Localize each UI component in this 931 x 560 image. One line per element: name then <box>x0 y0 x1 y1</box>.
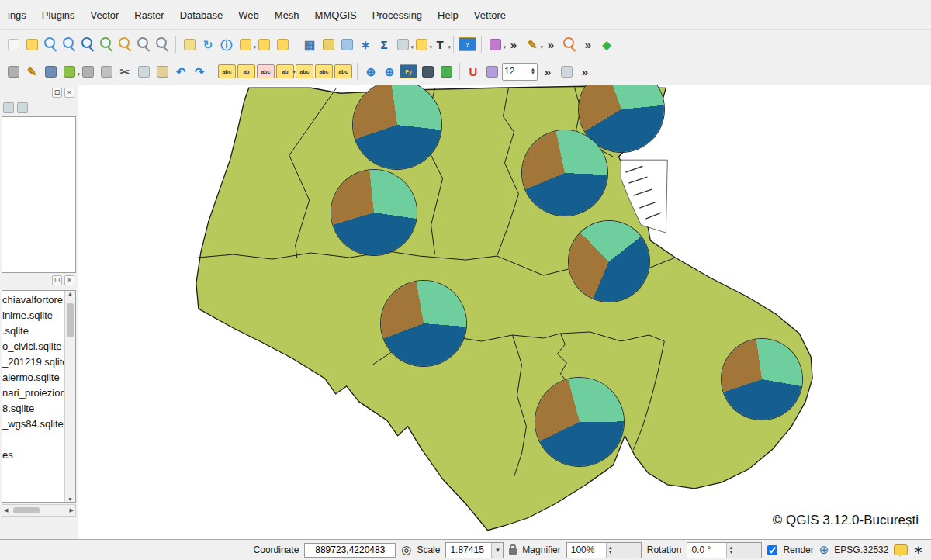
delete-selected-icon[interactable] <box>98 63 115 80</box>
rotation-spinbox[interactable]: 0.0 ° ▲▼ <box>687 542 762 558</box>
scale-lock-icon[interactable] <box>509 548 517 555</box>
scrollbar-thumb-h[interactable] <box>13 507 40 513</box>
toolbar2-overflow-icon[interactable]: » <box>539 63 556 80</box>
magnifier-spinbox[interactable]: 100% ▲▼ <box>566 542 642 558</box>
menu-vettore[interactable]: Vettore <box>466 5 514 25</box>
identify-features-icon[interactable]: ⓘ <box>218 36 235 53</box>
menu-help[interactable]: Help <box>430 5 466 25</box>
log-messages-icon[interactable] <box>894 544 908 555</box>
chevron-down-icon[interactable]: ▼ <box>491 543 503 558</box>
attribute-table-icon[interactable]: ▦ <box>301 36 318 53</box>
search-layers-icon[interactable] <box>419 63 436 80</box>
zoom-to-layer-icon[interactable] <box>98 36 115 53</box>
vector-edit-icon[interactable]: ✎▾ <box>524 36 541 53</box>
menu-mesh[interactable]: Mesh <box>267 5 307 25</box>
toolbar-overflow3-icon[interactable]: » <box>580 36 597 53</box>
menu-web[interactable]: Web <box>230 5 267 25</box>
menu-processing[interactable]: Processing <box>365 5 430 25</box>
browser-close-button[interactable]: × <box>64 275 74 285</box>
toolbar-overflow2-icon[interactable]: » <box>542 36 559 53</box>
task-gear-icon[interactable]: ∗ <box>913 543 923 557</box>
filter-legend-icon[interactable] <box>17 102 28 113</box>
toggle-editing-icon[interactable]: ✎ <box>23 63 40 80</box>
paste-features-icon[interactable] <box>154 63 171 80</box>
pan-map-icon[interactable] <box>5 36 22 53</box>
zoom-next-icon[interactable] <box>154 36 171 53</box>
style-manager-icon[interactable]: ▾ <box>486 36 504 53</box>
refresh-icon[interactable]: ↻ <box>199 36 216 53</box>
map-tips-icon[interactable]: ▾ <box>413 36 430 53</box>
tracing-icon[interactable] <box>483 63 500 80</box>
zoom-out-icon[interactable] <box>61 36 78 53</box>
select-features-icon[interactable]: ▾ <box>237 36 254 53</box>
cut-features-icon[interactable]: ✂ <box>116 63 133 80</box>
toolbar2-overflow2-icon[interactable]: » <box>576 63 594 80</box>
vertex-tool-icon[interactable] <box>79 63 96 80</box>
layout-manager-icon[interactable] <box>338 36 355 53</box>
zoom-full-icon[interactable] <box>79 36 96 53</box>
processing-toolbox-icon[interactable]: ∗ <box>357 36 374 53</box>
scroll-up-icon[interactable]: ▲ <box>67 291 73 296</box>
render-checkbox[interactable] <box>767 545 777 555</box>
web-service-icon[interactable]: ⊕ <box>381 63 398 80</box>
field-calculator-icon[interactable] <box>320 36 337 53</box>
menu-vector[interactable]: Vector <box>83 5 127 25</box>
share-icon[interactable]: ◆ <box>598 36 615 53</box>
statistics-icon[interactable]: Σ <box>376 36 393 53</box>
scrollbar-thumb[interactable] <box>67 303 74 337</box>
labeling-options-icon[interactable]: abc <box>218 64 236 78</box>
move-label-icon[interactable]: abc <box>296 64 313 78</box>
show-hide-labels-icon[interactable]: ab▾ <box>276 64 294 78</box>
scroll-left-icon[interactable]: ◀ <box>4 507 8 513</box>
elevation-profile-icon[interactable] <box>438 63 455 80</box>
pan-to-selection-icon[interactable] <box>23 36 40 53</box>
measure-icon[interactable]: ▾ <box>394 36 411 53</box>
add-feature-icon[interactable]: ▾ <box>61 63 78 80</box>
text-annotation-icon[interactable]: T▾ <box>431 36 448 53</box>
redo-icon[interactable]: ↷ <box>191 63 208 80</box>
font-size-spinbox[interactable]: 12▲▼ <box>502 63 538 81</box>
copy-style-icon[interactable] <box>558 63 575 80</box>
zoom-last-icon[interactable] <box>135 36 152 53</box>
highlight-labels-icon[interactable]: abc <box>257 64 275 78</box>
horizontal-scrollbar[interactable]: ◀ ▶ <box>2 504 76 517</box>
zoom-to-selection-icon[interactable] <box>116 36 133 53</box>
osm-place-search-icon[interactable] <box>561 36 578 53</box>
toolbar-overflow-icon[interactable]: » <box>505 36 522 53</box>
crs-globe-icon[interactable]: ⊕ <box>819 543 829 557</box>
spin-arrows[interactable]: ▲▼ <box>606 543 641 558</box>
scroll-down-icon[interactable]: ▼ <box>67 496 73 502</box>
copy-features-icon[interactable] <box>135 63 152 80</box>
map-canvas[interactable]: © QGIS 3.12.0-București <box>78 85 931 539</box>
menu-database[interactable]: Database <box>172 5 231 25</box>
epsg-label[interactable]: EPSG:32532 <box>834 544 888 555</box>
panel-close-button[interactable]: × <box>64 88 74 98</box>
rotate-label-icon[interactable]: abc <box>315 64 333 78</box>
layer-styling-icon[interactable] <box>3 102 14 113</box>
spin-arrows[interactable]: ▲▼ <box>726 543 761 558</box>
menu-plugins[interactable]: Plugins <box>34 5 83 25</box>
python-console-icon[interactable]: Py <box>400 64 417 78</box>
advanced-digitizing-icon[interactable] <box>5 63 22 80</box>
menu-raster[interactable]: Raster <box>126 5 171 25</box>
undo-icon[interactable]: ↶ <box>172 63 189 80</box>
change-label-icon[interactable]: abc <box>334 64 352 78</box>
new-map-view-icon[interactable] <box>181 36 198 53</box>
coordinate-input[interactable] <box>304 543 396 558</box>
scroll-right-icon[interactable]: ▶ <box>70 507 74 513</box>
metasearch-icon[interactable]: ⊕ <box>362 63 379 80</box>
select-by-form-icon[interactable] <box>274 36 291 53</box>
scale-combobox[interactable]: 1:87415 ▼ <box>445 542 504 558</box>
pin-labels-icon[interactable]: ab <box>237 64 255 78</box>
extent-toggle-icon[interactable]: ◎ <box>401 543 411 557</box>
vertical-scrollbar[interactable]: ▲ ▼ <box>64 291 75 502</box>
layers-tree[interactable] <box>2 116 76 273</box>
zoom-in-icon[interactable] <box>42 36 59 53</box>
snapping-magnet-icon[interactable]: U <box>465 63 482 80</box>
menu-ings[interactable]: ings <box>0 5 34 25</box>
save-edits-icon[interactable] <box>42 63 59 80</box>
browser-float-button[interactable]: ⊡ <box>52 275 62 285</box>
panel-float-button[interactable]: ⊡ <box>52 88 62 98</box>
menu-mmqgis[interactable]: MMQGIS <box>307 5 365 25</box>
help-icon[interactable]: ? <box>459 37 476 51</box>
